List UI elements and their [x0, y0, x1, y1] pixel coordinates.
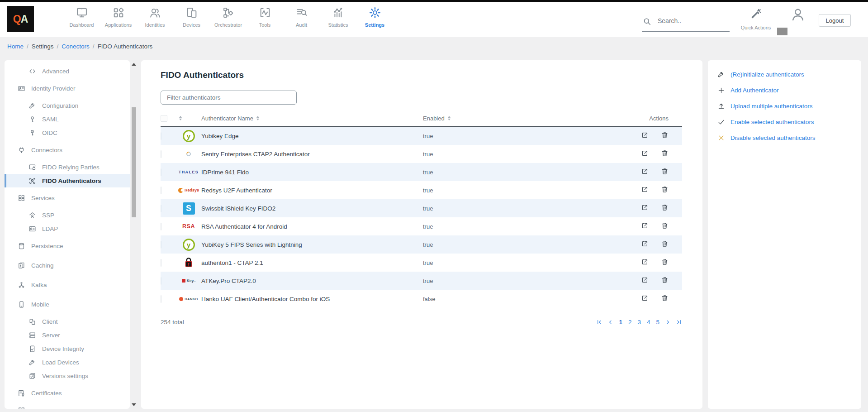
delete-authenticator-button[interactable] — [661, 222, 669, 231]
pagination-first-button[interactable] — [596, 319, 603, 326]
sidebar-item-label: FIDO Authenticators — [42, 177, 101, 184]
column-header-enabled[interactable]: Enabled — [423, 115, 445, 122]
sidebar-item-persistence[interactable]: Persistence — [5, 239, 130, 253]
sidebar-item-ssp[interactable]: SSP — [5, 208, 130, 222]
row-checkbox[interactable] — [161, 295, 161, 303]
row-checkbox[interactable] — [161, 259, 161, 267]
pagination-page-3[interactable]: 3 — [636, 319, 642, 326]
nav-item-tools[interactable]: Tools — [247, 5, 283, 28]
sidebar-item-fido-authenticators[interactable]: FIDO Authenticators — [5, 174, 130, 187]
authenticator-name: Redsys U2F Authenticator — [201, 187, 423, 194]
nav-item-devices[interactable]: Devices — [173, 5, 210, 28]
pagination-page-5[interactable]: 5 — [655, 319, 660, 326]
enabled-value: true — [423, 205, 628, 212]
open-authenticator-button[interactable] — [641, 240, 649, 249]
sort-enabled-control[interactable] — [448, 116, 451, 120]
pagination-next-button[interactable] — [664, 319, 671, 326]
delete-authenticator-button[interactable] — [661, 294, 669, 303]
search-input[interactable] — [658, 17, 721, 24]
quick-actions-button[interactable]: Quick Actions — [737, 7, 774, 30]
nav-item-dashboard[interactable]: Dashboard — [63, 5, 100, 28]
open-authenticator-button[interactable] — [641, 258, 649, 267]
scrollbar-down-arrow[interactable] — [132, 403, 136, 406]
applications-icon — [112, 6, 125, 19]
sidebar-item-caching[interactable]: Caching — [5, 259, 130, 272]
delete-authenticator-button[interactable] — [661, 276, 669, 285]
sidebar-item-services[interactable]: Services — [5, 191, 130, 205]
sidebar-item-fido-relying-parties[interactable]: FIDO Relying Parties — [5, 160, 130, 174]
sidebar-item-client[interactable]: Client — [5, 315, 130, 328]
open-authenticator-button[interactable] — [641, 186, 649, 195]
sidebar-item-versions-settings[interactable]: Versions settings — [5, 369, 130, 383]
delete-authenticator-button[interactable] — [661, 131, 669, 140]
sidebar-item-certificates[interactable]: Certificates — [5, 386, 130, 400]
open-authenticator-button[interactable] — [641, 131, 649, 140]
app-logo[interactable]: Q A — [7, 6, 34, 32]
re-initialize-authenticators-link[interactable]: (Re)initialize authenticators — [717, 71, 861, 78]
delete-authenticator-button[interactable] — [661, 240, 669, 249]
open-authenticator-button[interactable] — [641, 276, 649, 285]
pagination-prev-button[interactable] — [607, 319, 614, 326]
nav-item-applications[interactable]: Applications — [100, 5, 137, 28]
nav-item-statistics[interactable]: Statistics — [320, 5, 356, 28]
nav-item-identities[interactable]: Identities — [137, 5, 173, 28]
enable-selected-authenticators-link[interactable]: Enable selected authenticators — [717, 118, 861, 126]
nav-item-audit[interactable]: Audit — [283, 5, 320, 28]
sidebar-item-partial[interactable] — [5, 403, 130, 409]
user-avatar[interactable] — [790, 7, 806, 24]
sidebar-item-kafka[interactable]: Kafka — [5, 278, 130, 292]
row-checkbox[interactable] — [161, 241, 161, 249]
breadcrumb-item-conectors[interactable]: Conectors — [62, 43, 90, 50]
sidebar-item-server[interactable]: Server — [5, 328, 130, 342]
redsys-logo: Redsys — [178, 188, 199, 193]
scrollbar-thumb[interactable] — [132, 107, 136, 217]
row-checkbox[interactable] — [161, 132, 161, 140]
upload-multiple-authenticators-link[interactable]: Upload multiple authenticators — [717, 102, 861, 110]
sidebar-item-mobile[interactable]: Mobile — [5, 297, 130, 311]
sidebar-item-connectors[interactable]: Connectors — [5, 143, 130, 157]
pagination-page-1[interactable]: 1 — [618, 319, 623, 326]
row-checkbox[interactable] — [161, 187, 161, 194]
sort-name-control[interactable] — [256, 116, 259, 120]
row-checkbox[interactable] — [161, 150, 161, 158]
scrollbar-up-arrow[interactable] — [132, 63, 136, 66]
row-checkbox[interactable] — [161, 223, 161, 230]
identities-icon — [149, 6, 161, 19]
sidebar-item-identity-provider[interactable]: Identity Provider — [5, 81, 130, 95]
delete-authenticator-button[interactable] — [661, 258, 669, 267]
sidebar-item-advanced[interactable]: Advanced — [5, 64, 130, 78]
sidebar-item-ldap[interactable]: LDAP — [5, 222, 130, 235]
open-authenticator-button[interactable] — [641, 168, 649, 177]
sidebar-item-configuration[interactable]: Configuration — [5, 99, 130, 112]
open-authenticator-button[interactable] — [641, 149, 649, 158]
sidebar-item-saml[interactable]: SAML — [5, 112, 130, 126]
open-authenticator-button[interactable] — [641, 204, 649, 213]
nav-item-settings[interactable]: Settings — [356, 5, 393, 28]
breadcrumb-item-home[interactable]: Home — [7, 43, 24, 50]
column-header-name[interactable]: Authenticator Name — [201, 115, 253, 122]
delete-authenticator-button[interactable] — [661, 149, 669, 158]
pagination-page-2[interactable]: 2 — [627, 319, 633, 326]
enabled-value: true — [423, 278, 628, 284]
pagination-page-4[interactable]: 4 — [646, 319, 651, 326]
sort-icon-column[interactable] — [179, 116, 182, 120]
open-authenticator-button[interactable] — [641, 222, 649, 231]
add-authenticator-link[interactable]: Add Authenticator — [717, 86, 861, 94]
delete-authenticator-button[interactable] — [661, 168, 669, 177]
delete-authenticator-button[interactable] — [661, 186, 669, 195]
row-checkbox[interactable] — [161, 277, 161, 285]
sidebar-item-device-integrity[interactable]: Device Integrity — [5, 342, 130, 355]
filter-authenticators-input[interactable] — [161, 91, 297, 105]
sidebar-item-label: Connectors — [31, 147, 62, 153]
nav-item-orchestrator[interactable]: Orchestrator — [210, 5, 247, 28]
open-authenticator-button[interactable] — [641, 294, 649, 303]
row-checkbox[interactable] — [161, 168, 161, 176]
sidebar-item-oidc[interactable]: OIDC — [5, 126, 130, 139]
sidebar-item-load-devices[interactable]: Load Devices — [5, 355, 130, 369]
select-all-checkbox[interactable] — [161, 115, 167, 122]
pagination-last-button[interactable] — [675, 319, 682, 326]
row-checkbox[interactable] — [161, 205, 161, 212]
delete-authenticator-button[interactable] — [661, 204, 669, 213]
logout-button[interactable]: Logout — [819, 14, 851, 27]
disable-selected-authenticators-link[interactable]: Disable selected authenticators — [717, 134, 861, 142]
